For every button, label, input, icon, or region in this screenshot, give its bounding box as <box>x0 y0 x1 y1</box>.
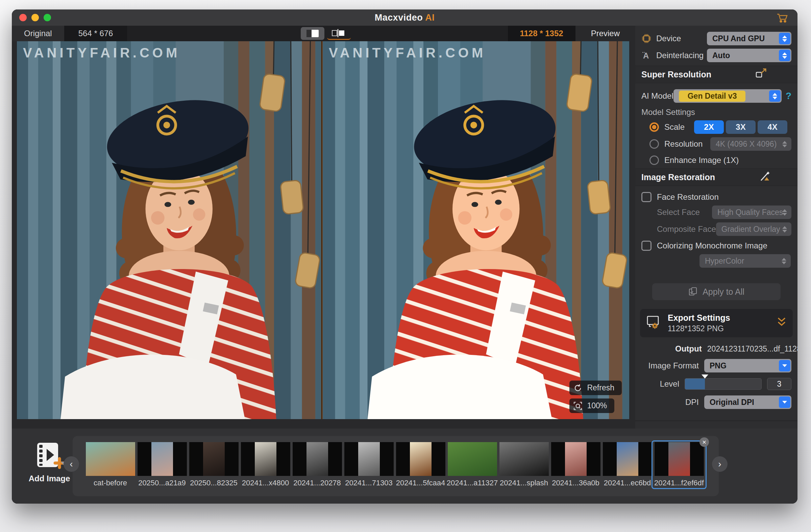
stepper-icon <box>779 50 791 61</box>
thumbnail[interactable]: 20241...f2ef6df× <box>653 442 705 487</box>
thumbnail-picture <box>617 442 638 476</box>
enhance-image-radio[interactable] <box>649 155 659 165</box>
model-settings-label: Model Settings <box>641 107 695 117</box>
thumbnail-image[interactable] <box>138 442 187 476</box>
thumbnail[interactable]: 20241...71303 <box>343 442 395 487</box>
ai-model-help-icon[interactable]: ? <box>786 91 791 102</box>
resolution-select: 4K (4096 X 4096) <box>710 137 791 151</box>
preview-toolbar: Original 564 * 676 1128 * 1352 Preview <box>12 26 635 41</box>
original-photo <box>17 41 321 419</box>
remove-thumbnail-button[interactable]: × <box>700 437 709 447</box>
image-restoration-icon <box>759 170 772 184</box>
scale-option-3x[interactable]: 3X <box>726 120 755 134</box>
image-format-select[interactable]: PNG <box>704 359 791 373</box>
export-settings-subtitle: 1128*1352 PNG <box>668 324 730 333</box>
thumbnail-image[interactable] <box>551 442 600 476</box>
zoom-level-button[interactable]: 100% <box>569 398 614 413</box>
thumbnail[interactable]: 20241...20278 <box>291 442 343 487</box>
stepper-icon <box>778 255 790 267</box>
thumbnail-image[interactable] <box>86 442 135 476</box>
dpi-select[interactable]: Original DPI <box>704 395 791 409</box>
thumbnail-image[interactable] <box>655 442 704 476</box>
thumbnail-image[interactable] <box>603 442 652 476</box>
stepper-icon <box>779 138 791 150</box>
ai-model-select[interactable]: Gen Detail v3 <box>673 89 782 103</box>
side-by-side-view-button[interactable] <box>301 27 324 40</box>
scale-options: 2X 3X 4X <box>694 120 787 134</box>
scroll-right-button[interactable]: › <box>712 456 728 472</box>
collapse-chevrons-icon[interactable] <box>777 317 787 330</box>
refresh-button[interactable]: Refresh <box>569 381 622 395</box>
thumbnail-picture <box>86 442 135 476</box>
device-select[interactable]: CPU And GPU <box>707 32 791 45</box>
output-label: Output <box>675 344 702 353</box>
scroll-left-button[interactable]: ‹ <box>63 456 79 472</box>
device-label: Device <box>656 34 681 43</box>
deinterlacing-label: Deinterlacing <box>656 51 704 60</box>
deinterlacing-select[interactable]: Auto <box>707 49 791 62</box>
level-slider-thumb[interactable] <box>702 375 708 379</box>
thumbnail[interactable]: cat-before <box>85 442 136 487</box>
thumbnail[interactable]: 20250...82325 <box>188 442 240 487</box>
thumbnail-image[interactable] <box>500 442 549 476</box>
split-slider-view-button[interactable] <box>327 27 351 40</box>
thumbnail-picture <box>306 442 328 476</box>
watermark-text: VANITYFAIR.COM <box>329 45 486 61</box>
thumbnail[interactable]: 20250...a21a9 <box>136 442 188 487</box>
thumbnail-list: cat-before20250...a21a920250...823252024… <box>85 442 705 487</box>
thumbnail[interactable]: 20241...5fcaa4 <box>395 442 446 487</box>
select-face-label: Select Face <box>657 208 700 217</box>
view-mode-toggles <box>301 27 351 40</box>
result-size: 1128 * 1352 <box>508 26 576 41</box>
apply-to-all-button[interactable]: Apply to All <box>652 283 781 300</box>
resolution-radio[interactable] <box>649 139 659 149</box>
thumbnail-picture <box>203 442 225 476</box>
output-filename: 20241231170235...df_1128x1352.png <box>707 345 797 353</box>
thumbnail[interactable]: 20241...ec6bd <box>601 442 653 487</box>
tab-original[interactable]: Original <box>12 26 64 41</box>
deinterlacing-icon: A <box>641 50 652 61</box>
colorizing-checkbox[interactable] <box>641 241 652 251</box>
zoom-icon <box>573 401 582 410</box>
thumbnail[interactable]: 20241...36a0b <box>550 442 601 487</box>
original-image-pane[interactable]: VANITYFAIR.COM <box>17 41 321 419</box>
enhanced-image-pane[interactable]: VANITYFAIR.COM Refresh 100% <box>323 41 629 419</box>
thumbnail-label: 20241...x4800 <box>242 478 289 487</box>
thumbnail-image[interactable] <box>345 442 394 476</box>
chevron-down-icon <box>779 360 791 371</box>
thumbnail-image[interactable] <box>448 442 497 476</box>
thumbnail-image[interactable] <box>241 442 290 476</box>
thumbnail-label: 20241...71303 <box>345 478 393 487</box>
cart-icon[interactable] <box>777 13 788 24</box>
thumbnail[interactable]: 20241...x4800 <box>240 442 291 487</box>
thumbnail[interactable]: 20241...a11327 <box>446 442 498 487</box>
thumbnail-image[interactable] <box>293 442 342 476</box>
original-size: 564 * 676 <box>64 26 127 41</box>
thumbnail-label: 20241...ec6bd <box>604 478 651 487</box>
face-restoration-checkbox[interactable] <box>641 192 652 202</box>
stepper-icon <box>779 224 791 235</box>
thumbnail-label: 20241...20278 <box>293 478 341 487</box>
image-restoration-header: Image Restoration <box>635 168 797 186</box>
level-slider-fill <box>685 379 705 389</box>
thumbnail-picture <box>448 442 497 476</box>
settings-sidebar: Device CPU And GPU A Deinterlacing Auto … <box>635 26 797 429</box>
thumbnail-picture <box>669 442 690 476</box>
window-title: Macxvideo AI <box>12 13 797 23</box>
app-window: Macxvideo AI Original 564 * 676 1128 * 1… <box>12 10 797 504</box>
thumbnail[interactable]: 20241...splash <box>498 442 550 487</box>
apply-all-icon <box>688 287 698 297</box>
thumbnail-image[interactable] <box>189 442 239 476</box>
export-settings-header[interactable]: Export Settings 1128*1352 PNG <box>640 309 793 337</box>
level-slider[interactable] <box>685 378 762 390</box>
export-settings-icon <box>646 315 662 331</box>
scale-option-2x[interactable]: 2X <box>694 120 724 134</box>
composite-face-label: Composite Face <box>657 225 716 234</box>
scale-radio[interactable] <box>649 122 659 132</box>
svg-text:A: A <box>643 51 649 60</box>
thumbnail-image[interactable] <box>396 442 445 476</box>
tab-preview[interactable]: Preview <box>576 26 635 41</box>
scale-option-4x[interactable]: 4X <box>758 120 787 134</box>
refresh-icon <box>573 384 582 392</box>
super-resolution-header: Super Resolution <box>635 65 797 83</box>
